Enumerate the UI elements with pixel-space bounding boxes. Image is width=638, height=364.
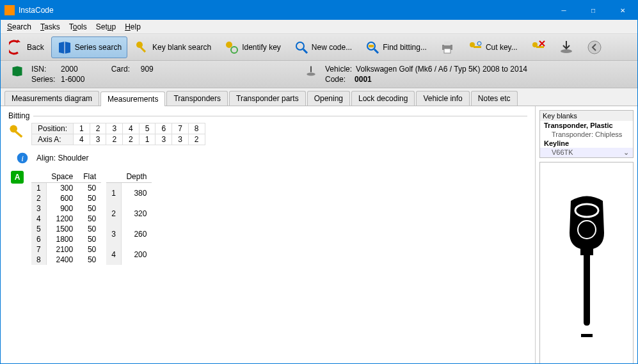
new-code-label: New code...	[312, 43, 352, 52]
table-row: 3260	[106, 224, 152, 244]
position-label: Position:	[32, 123, 74, 134]
svg-point-3	[231, 47, 237, 53]
bitting-title: Bitting	[8, 111, 29, 120]
isn-label: ISN:	[31, 65, 57, 74]
axis-label: Axis A:	[32, 134, 74, 145]
vehicle-icon	[302, 65, 320, 77]
svg-rect-16	[536, 46, 544, 48]
table-row: 260050	[31, 193, 101, 203]
position-cell: 1	[74, 123, 90, 134]
position-cell: 2	[90, 123, 106, 134]
download-icon	[559, 40, 574, 55]
print-button[interactable]	[434, 36, 461, 58]
back-button[interactable]: Back	[3, 36, 50, 58]
cut-key-label: Cut key...	[486, 43, 518, 52]
axis-cell: 4	[74, 134, 90, 145]
menu-tasks[interactable]: Tasks	[36, 21, 64, 33]
card-value: 909	[141, 65, 154, 74]
series-search-button[interactable]: Series search	[51, 36, 127, 58]
svg-point-18	[588, 41, 601, 54]
key-blank-item[interactable]: V66TK⌄	[540, 148, 633, 157]
info-icon: i	[13, 152, 31, 164]
table-row: 8240050	[31, 255, 101, 265]
series-label: Series:	[31, 75, 57, 84]
table-row: 4200	[106, 244, 152, 265]
axis-cell: 3	[172, 134, 189, 145]
key-blank-item[interactable]: Keyline	[540, 139, 633, 148]
menu-tools[interactable]: Tools	[65, 21, 91, 33]
axis-cell: 3	[156, 134, 172, 145]
tab-lock-decoding[interactable]: Lock decoding	[351, 91, 415, 106]
cut-key-button[interactable]: Cut key...	[462, 36, 523, 58]
key-blank-item[interactable]: Transponder, Plastic	[540, 121, 633, 130]
vehicle-label: Vehicle:	[325, 65, 352, 74]
find-bitting-label: Find bitting...	[383, 43, 427, 52]
download-button[interactable]	[553, 36, 580, 58]
identify-key-button[interactable]: Identify key	[218, 36, 287, 58]
svg-text:i: i	[21, 154, 24, 163]
table-row: 7210050	[31, 244, 101, 255]
chevron-down-icon: ⌄	[623, 148, 629, 157]
tab-transponders[interactable]: Transponders	[166, 91, 228, 106]
tab-opening[interactable]: Opening	[307, 91, 350, 106]
svg-rect-11	[444, 49, 451, 53]
bitting-table: Position:12345678 Axis A:43221332	[31, 123, 205, 145]
tab-strip: Measurements diagram Measurements Transp…	[1, 88, 637, 106]
printer-icon	[440, 40, 455, 55]
menu-setup[interactable]: Setup	[92, 21, 120, 33]
back-icon	[9, 40, 24, 55]
axis-cell: 2	[106, 134, 123, 145]
svg-rect-1	[140, 47, 146, 52]
axis-cell: 2	[188, 134, 205, 145]
table-row: 2320	[106, 203, 152, 224]
find-bitting-button[interactable]: Find bitting...	[359, 36, 433, 58]
menu-help[interactable]: Help	[121, 21, 145, 33]
axis-cell: 1	[139, 134, 156, 145]
svg-point-17	[561, 49, 572, 53]
svg-line-7	[374, 49, 378, 53]
search-icon	[294, 40, 309, 55]
tab-vehicle-info[interactable]: Vehicle info	[416, 91, 469, 106]
svg-point-4	[296, 42, 304, 50]
svg-point-2	[226, 42, 232, 48]
axis-cell: 3	[90, 134, 106, 145]
align-value: Shoulder	[58, 154, 88, 162]
key-bitting-icon	[8, 123, 26, 141]
key-image	[558, 166, 616, 364]
tab-notes-etc[interactable]: Notes etc	[471, 91, 518, 106]
key-blank-search-button[interactable]: Key blank search	[129, 36, 217, 58]
close-button[interactable]: ✕	[608, 1, 637, 20]
new-code-button[interactable]: New code...	[288, 36, 358, 58]
table-row: 1380	[106, 183, 152, 204]
svg-rect-13	[474, 46, 481, 48]
maximize-button[interactable]: □	[578, 1, 608, 20]
menubar: Search Tasks Tools Setup Help	[1, 20, 637, 34]
key-icon	[134, 40, 150, 55]
titlebar: InstaCode ─ □ ✕	[1, 1, 637, 20]
arrow-left-circle-icon	[587, 40, 602, 55]
book-icon	[57, 40, 72, 55]
series-search-label: Series search	[75, 43, 122, 52]
table-row: 130050	[31, 183, 101, 194]
table-row: 5150050	[31, 224, 101, 234]
minimize-button[interactable]: ─	[549, 1, 578, 20]
table-row: 4120050	[31, 214, 101, 224]
tab-measurements[interactable]: Measurements	[100, 91, 165, 106]
isn-value: 2000	[61, 65, 78, 74]
position-cell: 4	[123, 123, 140, 134]
cut-key-x-button[interactable]	[525, 36, 552, 58]
menu-search[interactable]: Search	[3, 21, 35, 33]
nav-back-button[interactable]	[581, 36, 608, 58]
svg-point-14	[477, 42, 481, 45]
cut-key-icon	[468, 40, 483, 55]
back-label: Back	[27, 43, 44, 52]
tab-measurements-diagram[interactable]: Measurements diagram	[4, 91, 99, 106]
code-value: 0001	[355, 75, 372, 84]
svg-rect-26	[581, 334, 593, 337]
position-cell: 5	[139, 123, 156, 134]
key-blank-item[interactable]: Transponder: Chipless	[540, 130, 633, 139]
tab-transponder-parts[interactable]: Transponder parts	[229, 91, 306, 106]
identify-icon	[224, 40, 239, 55]
identify-key-label: Identify key	[242, 43, 281, 52]
app-icon	[4, 5, 15, 15]
